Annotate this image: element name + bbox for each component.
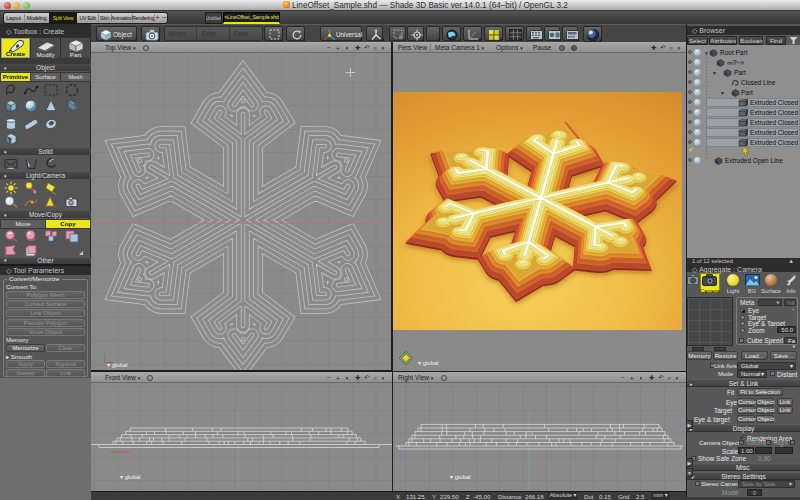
- svg-text:T: T: [8, 137, 13, 144]
